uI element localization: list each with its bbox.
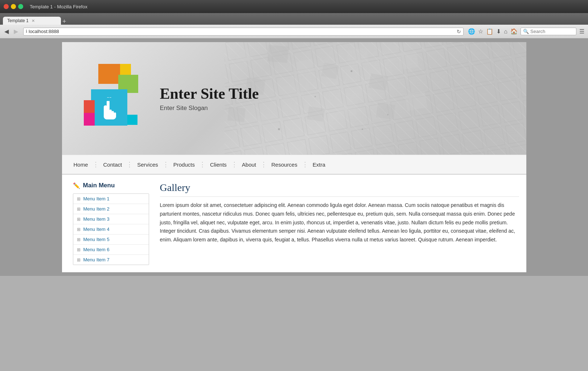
site-title: Enter Site Title: [160, 85, 259, 102]
logo-yellow-square: [120, 64, 131, 75]
grid-icon-4: ⊞: [77, 227, 81, 232]
grid-icon-3: ⊞: [77, 217, 81, 222]
url-bar-container: ℹ ↻: [23, 28, 464, 36]
svg-rect-14: [336, 99, 356, 117]
nav-item-services: Services: [133, 162, 163, 168]
header-background-pattern: [225, 42, 526, 155]
search-input[interactable]: [530, 29, 574, 34]
svg-rect-15: [376, 103, 395, 119]
svg-rect-9: [368, 73, 388, 91]
sidebar: ✏️ Main Menu ⊞ Menu Item 1 ⊞ Menu Item 2…: [73, 182, 149, 265]
secure-icon: ℹ: [26, 29, 27, 34]
nav-link-home[interactable]: Home: [69, 162, 92, 168]
browser-tabbar: Template 1 ✕ +: [0, 13, 588, 25]
download-icon[interactable]: ⬇: [496, 27, 502, 36]
grid-icon-5: ⊞: [77, 237, 81, 242]
svg-point-18: [350, 70, 352, 72]
hand-svg: [100, 100, 118, 120]
svg-point-17: [314, 96, 316, 97]
tab-title: Template 1: [7, 18, 29, 23]
pocket-icon[interactable]: 🏠: [510, 27, 518, 36]
pencil-icon: ✏️: [73, 182, 80, 189]
close-button[interactable]: [4, 4, 9, 9]
nav-link-services[interactable]: Services: [133, 162, 163, 168]
grid-icon-7: ⊞: [77, 257, 81, 262]
sidebar-item-2-label: Menu Item 2: [83, 206, 110, 212]
sidebar-item-6-label: Menu Item 6: [83, 247, 110, 252]
nav-separator-1: ⋮: [92, 160, 99, 168]
hand-icon: -- --: [100, 95, 118, 120]
nav-link-clients[interactable]: Clients: [206, 162, 231, 168]
svg-rect-6: [282, 85, 305, 104]
minimize-button[interactable]: [11, 4, 16, 9]
sidebar-item-2[interactable]: ⊞ Menu Item 2: [73, 204, 149, 214]
nav-list: Home ⋮ Contact ⋮ Services ⋮ Products ⋮ C…: [62, 155, 526, 174]
nav-link-extra[interactable]: Extra: [308, 162, 330, 168]
menu-button[interactable]: ☰: [579, 27, 585, 36]
main-content: Gallery Lorem ipsum dolor sit amet, cons…: [160, 182, 519, 265]
maximize-button[interactable]: [18, 4, 23, 9]
svg-rect-8: [347, 48, 369, 66]
sidebar-item-3[interactable]: ⊞ Menu Item 3: [73, 214, 149, 224]
forward-button[interactable]: ▶: [12, 27, 20, 36]
svg-rect-3: [267, 45, 289, 63]
home-icon[interactable]: ⌂: [503, 28, 508, 36]
sidebar-item-4-label: Menu Item 4: [83, 227, 110, 232]
nav-item-about: About: [238, 162, 260, 168]
browser-toolbar: ◀ ▶ ℹ ↻ 🌐 ☆ 📋 ⬇ ⌂ 🏠 🔍 ☰: [0, 25, 588, 38]
svg-rect-7: [321, 62, 339, 79]
window-controls: [4, 4, 23, 9]
nav-link-about[interactable]: About: [238, 162, 260, 168]
url-input[interactable]: [29, 29, 457, 34]
sidebar-item-7-label: Menu Item 7: [83, 257, 110, 262]
nav-separator-7: ⋮: [302, 160, 308, 168]
sidebar-item-5[interactable]: ⊞ Menu Item 5: [73, 235, 149, 245]
svg-point-19: [387, 114, 388, 115]
site-header: -- -- Enter Site Title Enter Site Slogan: [62, 42, 526, 155]
nav-link-contact[interactable]: Contact: [99, 162, 127, 168]
sidebar-item-3-label: Menu Item 3: [83, 216, 110, 222]
nav-separator-2: ⋮: [126, 160, 133, 168]
new-tab-button[interactable]: +: [62, 18, 66, 25]
back-button[interactable]: ◀: [3, 27, 10, 36]
nav-item-extra: Extra: [308, 162, 330, 168]
reload-button[interactable]: ↻: [457, 29, 461, 34]
gallery-body-text: Lorem ipsum dolor sit amet, consectetuer…: [160, 201, 519, 244]
browser-tab[interactable]: Template 1 ✕: [3, 17, 61, 25]
nav-item-clients: Clients: [206, 162, 231, 168]
logo-orange-square: [98, 64, 120, 84]
page-wrapper: -- -- Enter Site Title Enter Site Slogan: [0, 38, 588, 276]
site-title-area: Enter Site Title Enter Site Slogan: [160, 85, 259, 112]
svg-rect-12: [256, 113, 280, 133]
clipboard-icon[interactable]: 📋: [485, 27, 494, 36]
search-icon: 🔍: [523, 29, 529, 34]
toolbar-icons: 🌐 ☆ 📋 ⬇ ⌂ 🏠: [467, 27, 518, 36]
nav-separator-4: ⋮: [199, 160, 206, 168]
svg-rect-10: [398, 52, 419, 70]
grid-icon-2: ⊞: [77, 207, 81, 212]
sidebar-item-1[interactable]: ⊞ Menu Item 1: [73, 194, 149, 204]
sidebar-item-4[interactable]: ⊞ Menu Item 4: [73, 224, 149, 235]
svg-rect-4: [296, 59, 314, 76]
globe-icon[interactable]: 🌐: [467, 27, 476, 36]
header-grid-svg: [225, 42, 526, 155]
content-area: ✏️ Main Menu ⊞ Menu Item 1 ⊞ Menu Item 2…: [62, 175, 526, 272]
tab-close-icon[interactable]: ✕: [32, 19, 35, 23]
nav-link-resources[interactable]: Resources: [267, 162, 302, 168]
site-slogan: Enter Site Slogan: [160, 105, 259, 112]
bookmark-icon[interactable]: ☆: [477, 27, 484, 36]
svg-rect-1: [225, 42, 526, 155]
sidebar-item-6[interactable]: ⊞ Menu Item 6: [73, 245, 149, 255]
nav-link-products[interactable]: Products: [169, 162, 199, 168]
nav-item-products: Products: [169, 162, 199, 168]
search-bar-container: 🔍: [521, 28, 576, 35]
grid-icon-1: ⊞: [77, 196, 81, 201]
sidebar-item-1-label: Menu Item 1: [83, 196, 110, 201]
logo-pink-square: [84, 113, 95, 126]
sidebar-title-text: Main Menu: [83, 182, 115, 189]
logo-blue-square: -- --: [91, 89, 127, 126]
sidebar-item-7[interactable]: ⊞ Menu Item 7: [73, 255, 149, 265]
nav-item-home: Home: [69, 162, 92, 168]
logo-squares: -- --: [84, 62, 149, 135]
svg-rect-16: [404, 91, 427, 111]
